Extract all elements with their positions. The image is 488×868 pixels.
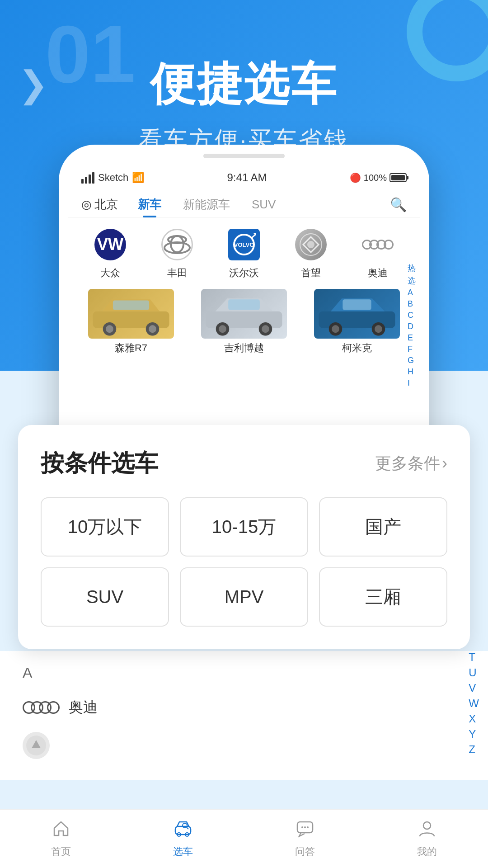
list-item-audi[interactable]: 奥迪 bbox=[23, 690, 465, 725]
tab-new-car[interactable]: 新车 bbox=[127, 192, 172, 217]
svg-rect-20 bbox=[228, 299, 260, 310]
car-img-senya bbox=[88, 289, 174, 339]
car-name-boyue: 吉利博越 bbox=[224, 341, 264, 355]
alpha-i[interactable]: I bbox=[408, 378, 416, 388]
hero-title: 便捷选车 bbox=[0, 54, 488, 115]
bottom-list: A 奥迪 bbox=[0, 651, 488, 780]
alpha-y[interactable]: Y bbox=[469, 728, 479, 741]
brand-name-vw: 大众 bbox=[100, 266, 120, 280]
list-item-brand2[interactable] bbox=[23, 725, 465, 766]
phone-notch bbox=[203, 154, 285, 158]
list-brand-name-audi: 奥迪 bbox=[69, 698, 98, 717]
nav-qa-label: 问答 bbox=[295, 845, 315, 859]
home-icon bbox=[52, 819, 70, 842]
alpha-b[interactable]: B bbox=[408, 299, 416, 309]
search-button[interactable]: 🔍 bbox=[390, 197, 407, 212]
alpha-d[interactable]: D bbox=[408, 322, 416, 331]
alpha-c[interactable]: C bbox=[408, 311, 416, 320]
alpha-x[interactable]: X bbox=[469, 712, 479, 725]
hero-section: 便捷选车 看车方便·买车省钱 bbox=[0, 54, 488, 156]
filter-btn-suv[interactable]: SUV bbox=[41, 567, 169, 627]
bottom-nav: 首页 选车 问答 bbox=[0, 809, 488, 868]
nav-home[interactable]: 首页 bbox=[0, 810, 122, 868]
brand-name-volvo: 沃尔沃 bbox=[229, 266, 259, 280]
alpha-w[interactable]: W bbox=[469, 697, 479, 710]
audi-logo-large bbox=[23, 701, 60, 714]
svg-point-37 bbox=[423, 822, 431, 829]
filter-btn-under10[interactable]: 10万以下 bbox=[41, 497, 169, 557]
alpha-e[interactable]: E bbox=[408, 333, 416, 343]
toyota-logo bbox=[161, 229, 193, 260]
svg-point-19 bbox=[262, 325, 269, 333]
tab-new-energy[interactable]: 新能源车 bbox=[172, 192, 241, 217]
wifi-icon: 📶 bbox=[132, 172, 144, 184]
brand-item-volvo[interactable]: VOLVO 沃尔沃 bbox=[211, 226, 277, 280]
alpha-sidebar: 热 选 A B C D E F G H I bbox=[408, 263, 416, 388]
filter-more-label: 更多条件 bbox=[375, 453, 440, 475]
car-name-senya: 森雅R7 bbox=[115, 341, 147, 355]
svg-rect-26 bbox=[343, 299, 371, 310]
svg-text:VOLVO: VOLVO bbox=[234, 241, 254, 248]
location-label: 北京 bbox=[94, 197, 118, 212]
alpha-u[interactable]: U bbox=[469, 666, 479, 679]
alpha-f[interactable]: F bbox=[408, 344, 416, 354]
nav-qa[interactable]: 问答 bbox=[244, 810, 366, 868]
volvo-logo: VOLVO bbox=[228, 229, 260, 260]
alpha-hot[interactable]: 热 bbox=[408, 263, 416, 274]
brand-item-vw[interactable]: VW 大众 bbox=[77, 226, 144, 280]
tab-suv-label: SUV bbox=[252, 198, 276, 211]
person-icon bbox=[418, 819, 436, 842]
location-icon: ◎ bbox=[81, 198, 92, 212]
alpha-z[interactable]: Z bbox=[469, 743, 479, 756]
svg-point-36 bbox=[307, 826, 309, 828]
svg-point-25 bbox=[375, 325, 382, 333]
car-item-kamiq[interactable]: 柯米克 bbox=[303, 289, 411, 355]
car-item-senya[interactable]: 森雅R7 bbox=[77, 289, 185, 355]
svg-rect-14 bbox=[113, 300, 149, 310]
svg-point-11 bbox=[106, 325, 113, 333]
status-time: 9:41 AM bbox=[227, 171, 267, 184]
filter-btn-sedan[interactable]: 三厢 bbox=[319, 567, 447, 627]
car-item-boyue[interactable]: 吉利博越 bbox=[190, 289, 298, 355]
brand-item-toyota[interactable]: 丰田 bbox=[144, 226, 211, 280]
nav-home-label: 首页 bbox=[51, 845, 71, 859]
tab-suv[interactable]: SUV bbox=[241, 193, 286, 216]
alpha-h[interactable]: H bbox=[408, 367, 416, 377]
nav-mine[interactable]: 我的 bbox=[366, 810, 488, 868]
list-section-a: A bbox=[23, 665, 465, 681]
car-search-icon bbox=[174, 819, 192, 842]
car-img-kamiq bbox=[314, 289, 400, 339]
brand-item-audi[interactable]: 奥迪 bbox=[344, 226, 411, 280]
bluetooth-icon: 🔴 bbox=[350, 172, 361, 183]
brand2-logo bbox=[23, 732, 50, 759]
svg-point-31 bbox=[183, 823, 187, 828]
audi-logo bbox=[362, 240, 394, 250]
svg-line-5 bbox=[251, 235, 255, 238]
shoewang-logo bbox=[295, 229, 327, 260]
tab-new-energy-label: 新能源车 bbox=[183, 198, 230, 211]
filter-btn-domestic[interactable]: 国产 bbox=[319, 497, 447, 557]
alpha-t[interactable]: T bbox=[469, 651, 479, 664]
status-bar: Sketch 📶 9:41 AM 🔴 100% bbox=[68, 165, 420, 188]
nav-car-select[interactable]: 选车 bbox=[122, 810, 244, 868]
alpha-select[interactable]: 选 bbox=[408, 275, 416, 286]
nav-mine-label: 我的 bbox=[417, 845, 437, 859]
svg-point-34 bbox=[301, 826, 303, 828]
alpha-v[interactable]: V bbox=[469, 682, 479, 694]
battery-icon bbox=[389, 173, 407, 182]
carrier-label: Sketch bbox=[98, 172, 128, 184]
filter-btn-mpv[interactable]: MPV bbox=[180, 567, 308, 627]
filter-title: 按条件选车 bbox=[41, 448, 158, 479]
alpha-sidebar-bottom: T U V W X Y Z bbox=[469, 651, 479, 756]
filter-btn-10-15[interactable]: 10-15万 bbox=[180, 497, 308, 557]
alpha-g[interactable]: G bbox=[408, 356, 416, 365]
filter-more-button[interactable]: 更多条件 › bbox=[375, 453, 447, 475]
signal-icon bbox=[81, 172, 94, 184]
car-img-boyue bbox=[201, 289, 287, 339]
svg-line-32 bbox=[187, 827, 188, 829]
brand-item-shoewang[interactable]: 首望 bbox=[277, 226, 344, 280]
tab-new-car-label: 新车 bbox=[138, 198, 161, 211]
location-button[interactable]: ◎ 北京 bbox=[81, 197, 118, 212]
battery-label: 100% bbox=[364, 173, 387, 183]
alpha-a[interactable]: A bbox=[408, 288, 416, 297]
